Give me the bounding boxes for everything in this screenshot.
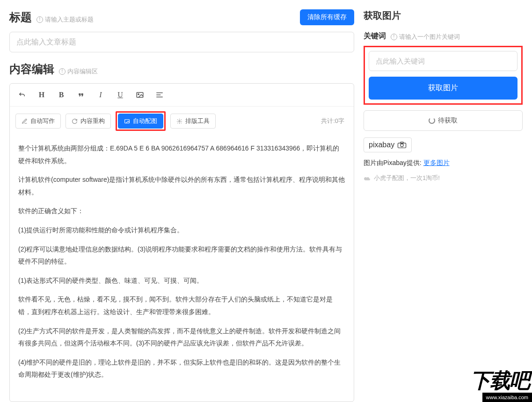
title-section-label: 标题 bbox=[9, 10, 32, 25]
info-icon: ! bbox=[391, 34, 397, 40]
auto-image-button[interactable]: 自动配图 bbox=[118, 114, 163, 129]
provider-text: 图片由Pixabay提供: 更多图片 bbox=[364, 159, 523, 167]
content-editor[interactable]: 整个计算机系统由两部分组成：E.69DA 5 E 6 BA 9062616964… bbox=[10, 136, 354, 402]
auto-image-highlight: 自动配图 bbox=[116, 111, 166, 131]
keyword-hint: ! 请输入一个图片关键词 bbox=[391, 33, 460, 41]
content-section-label: 内容编辑 bbox=[9, 62, 54, 77]
paragraph: (1)提供运行时所需功能和性能的命令或计算机程序集合。 bbox=[18, 224, 345, 237]
paragraph: (4)维护不同的硬件是旧的，理论上软件是旧的，并不坏，但实际上软件也是旧的和坏的… bbox=[18, 356, 345, 381]
underline-icon[interactable]: U bbox=[114, 88, 127, 101]
info-icon: ! bbox=[59, 68, 66, 75]
article-title-input[interactable] bbox=[9, 32, 354, 52]
action-toolbar: 自动写作 内容重构 自动配图 排版工具 共计:0字 bbox=[10, 107, 354, 136]
footer-note: 小虎子配图，一次1淘币! bbox=[364, 174, 523, 182]
camera-icon bbox=[397, 142, 407, 148]
paragraph: (1)表达形式不同的硬件类型、颜色、味道、可见、可摸、可闻。 bbox=[18, 274, 345, 287]
pending-status: 待获取 bbox=[364, 110, 523, 131]
image-icon[interactable] bbox=[133, 88, 146, 101]
italic-icon[interactable]: I bbox=[94, 88, 107, 101]
heading-icon[interactable]: H bbox=[35, 88, 48, 101]
paragraph: (2)程序可以满意地处理信息的数据结构。(3)说明程序功能要求和程序需要的文档的… bbox=[18, 243, 345, 268]
svg-point-1 bbox=[138, 93, 139, 94]
editor-container: H B I U 自动写作 bbox=[9, 83, 354, 402]
svg-point-6 bbox=[179, 120, 180, 122]
content-header-row: 内容编辑 ! 内容编辑区 bbox=[9, 62, 354, 77]
undo-icon[interactable] bbox=[15, 88, 29, 101]
layout-tool-button[interactable]: 排版工具 bbox=[170, 114, 216, 129]
title-header-row: 标题 ! 请输入主题或标题 清除所有缓存 bbox=[9, 9, 354, 25]
info-icon: ! bbox=[36, 16, 43, 23]
bold-icon[interactable]: B bbox=[55, 88, 68, 101]
auto-write-button[interactable]: 自动写作 bbox=[15, 114, 61, 129]
keyword-highlight-box: 获取图片 bbox=[364, 46, 523, 105]
watermark-url: www.xiazaiba.com bbox=[482, 393, 532, 402]
pixabay-badge: pixabay bbox=[364, 137, 412, 152]
format-toolbar: H B I U bbox=[10, 84, 354, 107]
spinner-icon bbox=[429, 117, 435, 124]
quote-icon[interactable] bbox=[74, 88, 87, 101]
restructure-button[interactable]: 内容重构 bbox=[66, 114, 111, 129]
paragraph: 软件看不见，无色，枯燥，看不见，摸不到，闻不到。软件大部分存在于人们的头脑或纸上… bbox=[18, 293, 345, 318]
content-hint: ! 内容编辑区 bbox=[59, 67, 98, 76]
align-left-icon[interactable] bbox=[153, 88, 166, 101]
svg-point-8 bbox=[401, 144, 403, 147]
paragraph: (2)生产方式不同的软件是开发，是人类智能的高发挥，而不是传统意义上的硬件制造。… bbox=[18, 325, 345, 350]
keyword-input[interactable] bbox=[369, 51, 517, 71]
cloud-icon bbox=[364, 175, 371, 181]
word-count-label: 共计:0字 bbox=[321, 117, 348, 125]
paragraph: 软件的正确含义如下： bbox=[18, 205, 345, 217]
image-panel-title: 获取图片 bbox=[364, 9, 523, 22]
title-hint: ! 请输入主题或标题 bbox=[36, 15, 94, 24]
keyword-label: 关键词 bbox=[364, 31, 386, 41]
paragraph: 整个计算机系统由两部分组成：E.69DA 5 E 6 BA 9062616964… bbox=[18, 142, 345, 167]
get-image-button[interactable]: 获取图片 bbox=[369, 77, 517, 100]
more-images-link[interactable]: 更多图片 bbox=[423, 159, 450, 166]
clear-cache-button[interactable]: 清除所有缓存 bbox=[300, 9, 354, 25]
svg-rect-9 bbox=[401, 142, 403, 144]
keyword-label-row: 关键词 ! 请输入一个图片关键词 bbox=[364, 31, 523, 41]
paragraph: 计算机软件(computer software)是指计算机系统中除硬件以外的所有… bbox=[18, 173, 345, 198]
